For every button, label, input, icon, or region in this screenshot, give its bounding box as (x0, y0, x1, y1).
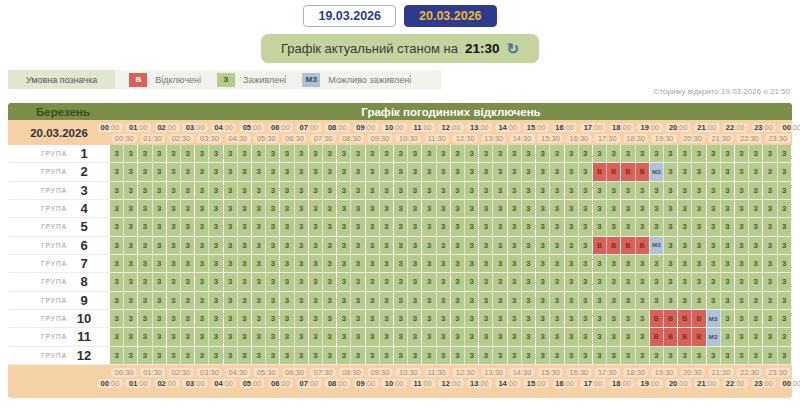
slot-cell: З (153, 145, 167, 162)
slot-cell: З (167, 200, 181, 217)
slot-cell: З (153, 182, 167, 199)
slot-cell: В (593, 163, 607, 180)
slot-cell: З (664, 292, 678, 309)
slot-cell: З (707, 292, 721, 309)
slot-cell: З (451, 237, 465, 254)
slot-cell: З (778, 163, 792, 180)
slot-cell: З (479, 273, 493, 290)
time-label-half-hour: 15:30 (538, 368, 563, 377)
slot-cell: З (621, 255, 635, 272)
group-word: ГРУПА (41, 168, 67, 175)
footer-spacer (8, 365, 110, 398)
slot-cell: З (124, 200, 138, 217)
slot-cell: З (579, 145, 593, 162)
slot-cell: З (280, 218, 294, 235)
slot-cell: В (650, 328, 664, 345)
group-slots: ЗЗЗЗЗЗЗЗЗЗЗЗЗЗЗЗЗЗЗЗЗЗЗЗЗЗЗЗЗЗЗЗЗЗЗЗЗЗЗЗ… (110, 292, 792, 309)
slot-cell: З (408, 310, 422, 327)
slot-cell: З (167, 255, 181, 272)
group-number: 9 (74, 293, 94, 308)
slot-cell: З (266, 163, 280, 180)
slot-cell: З (579, 200, 593, 217)
slot-cell: З (394, 182, 408, 199)
group-label: ГРУПА12 (8, 347, 110, 364)
slot-cell: З (550, 237, 564, 254)
time-label-hour: 01:00 (126, 379, 151, 388)
slot-cell: З (252, 237, 266, 254)
refresh-icon[interactable]: ↻ (506, 41, 519, 56)
group-row: ГРУПА10ЗЗЗЗЗЗЗЗЗЗЗЗЗЗЗЗЗЗЗЗЗЗЗЗЗЗЗЗЗЗЗЗЗ… (8, 310, 792, 328)
slot-cell: З (138, 255, 152, 272)
slot-cell: В (607, 237, 621, 254)
slot-cell: З (252, 273, 266, 290)
slot-cell: З (550, 218, 564, 235)
time-label-hour: 23:00 (751, 123, 776, 132)
slot-cell: З (394, 200, 408, 217)
slot-cell: З (195, 237, 209, 254)
slot-cell: З (337, 200, 351, 217)
slot-cell: З (422, 273, 436, 290)
group-label: ГРУПА3 (8, 182, 110, 199)
slot-cell: З (493, 328, 507, 345)
slot-cell: З (337, 145, 351, 162)
on-badge-icon: З (217, 73, 235, 87)
time-label-half-hour: 12:30 (453, 368, 478, 377)
time-label-hour: 20:00 (666, 379, 691, 388)
slot-cell: З (124, 347, 138, 364)
slot-cell: З (224, 218, 238, 235)
slot-cell: З (636, 218, 650, 235)
slot-cell: З (351, 145, 365, 162)
slot-cell: З (195, 163, 209, 180)
time-label-hour: 15:00 (524, 379, 549, 388)
slot-cell: З (153, 163, 167, 180)
slot-cell: З (209, 292, 223, 309)
slot-cell: З (479, 218, 493, 235)
slot-cell: З (366, 200, 380, 217)
slot-cell: З (692, 237, 706, 254)
slot-cell: В (692, 310, 706, 327)
slot-cell: З (408, 163, 422, 180)
slot-cell: З (323, 310, 337, 327)
legend-item-label: Відключені (155, 75, 201, 85)
slot-cell: З (394, 347, 408, 364)
slot-cell: З (508, 273, 522, 290)
slot-cell: З (280, 237, 294, 254)
outage-schedule-table: Березень Графік погодинних відключень 20… (8, 103, 792, 398)
slot-cell: З (380, 273, 394, 290)
slot-cell: З (678, 163, 692, 180)
time-label-half-hour: 11:30 (425, 134, 449, 143)
time-label-half-hour: 14:30 (510, 368, 535, 377)
time-label-hour: 12:00 (439, 123, 464, 132)
slot-cell: З (138, 200, 152, 217)
group-label: ГРУПА4 (8, 200, 110, 217)
slot-cell: З (493, 200, 507, 217)
date-tab-selected[interactable]: 20.03.2026 (404, 5, 497, 27)
slot-cell: З (735, 255, 749, 272)
time-label-half-hour: 13:30 (481, 134, 506, 143)
slot-cell: З (749, 218, 763, 235)
slot-cell: З (394, 292, 408, 309)
group-slots: ЗЗЗЗЗЗЗЗЗЗЗЗЗЗЗЗЗЗЗЗЗЗЗЗЗЗЗЗЗЗЗЗЗЗВВВВМЗ… (110, 163, 792, 180)
date-tab-previous[interactable]: 19.03.2026 (303, 5, 396, 27)
slot-cell: З (550, 328, 564, 345)
slot-cell: З (735, 237, 749, 254)
time-label-hour: 07:00 (297, 123, 322, 132)
slot-cell: З (579, 310, 593, 327)
slot-cell: З (451, 310, 465, 327)
slot-cell: З (763, 200, 777, 217)
slot-cell: З (181, 163, 195, 180)
slot-cell: З (195, 310, 209, 327)
time-label-half-hour: 09:30 (368, 134, 393, 143)
slot-cell: З (650, 182, 664, 199)
slot-cell: З (422, 310, 436, 327)
time-label-half-hour: 11:30 (425, 368, 449, 377)
slot-cell: З (692, 218, 706, 235)
group-slots: ЗЗЗЗЗЗЗЗЗЗЗЗЗЗЗЗЗЗЗЗЗЗЗЗЗЗЗЗЗЗЗЗЗЗЗЗЗЗЗЗ… (110, 347, 792, 364)
slot-cell: З (579, 237, 593, 254)
time-label-half-hour: 18:30 (623, 134, 648, 143)
slot-cell: З (124, 310, 138, 327)
slot-cell: З (394, 237, 408, 254)
slot-cell: З (778, 310, 792, 327)
slot-cell: З (195, 328, 209, 345)
slot-cell: З (437, 328, 451, 345)
